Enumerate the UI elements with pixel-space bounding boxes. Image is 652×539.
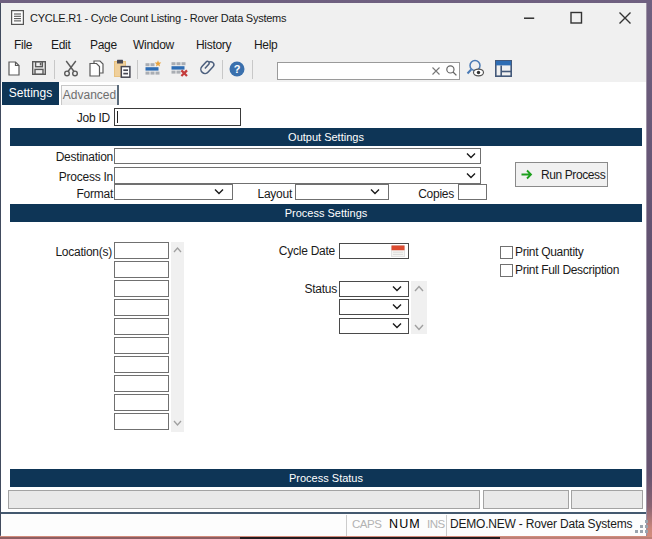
svg-text:?: ? (234, 63, 241, 75)
